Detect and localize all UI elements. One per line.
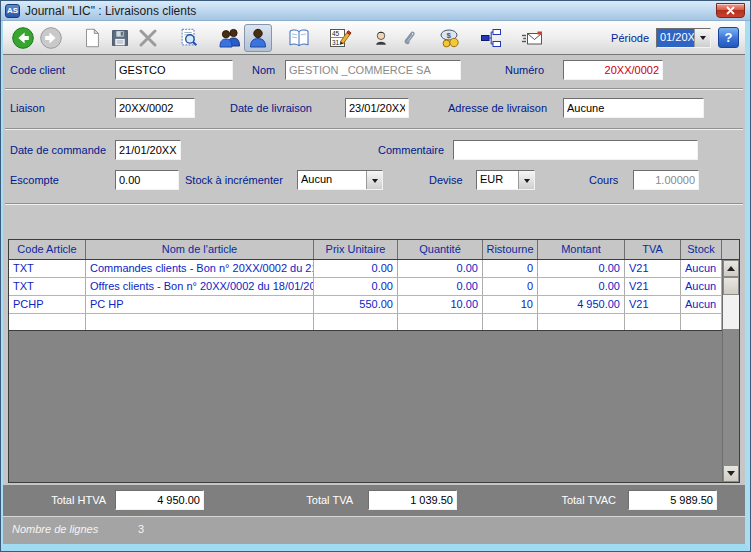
table-row[interactable]: TXT Commandes clients - Bon n° 20XX/0002… bbox=[9, 260, 722, 278]
devise-dropdown-button[interactable] bbox=[518, 171, 534, 189]
attachment-button[interactable] bbox=[395, 24, 423, 52]
cell-code[interactable]: TXT bbox=[9, 278, 86, 295]
close-button[interactable] bbox=[716, 3, 745, 18]
articles-grid: Code Article Nom de l'article Prix Unita… bbox=[8, 239, 740, 483]
client-card-icon bbox=[246, 26, 270, 50]
total-tva-field[interactable] bbox=[368, 490, 457, 510]
code-client-field[interactable] bbox=[115, 60, 233, 80]
scrollbar-track-lower[interactable] bbox=[723, 329, 739, 465]
stock-dropdown-button[interactable] bbox=[366, 171, 382, 189]
save-button[interactable] bbox=[106, 24, 134, 52]
cell-prix[interactable]: 550.00 bbox=[314, 296, 398, 313]
cell-prix[interactable]: 0.00 bbox=[314, 278, 398, 295]
new-document-button[interactable] bbox=[78, 24, 106, 52]
nom-field bbox=[285, 60, 461, 80]
scroll-up-button[interactable] bbox=[723, 260, 739, 277]
calendar-edit-button[interactable]: 4531 bbox=[326, 24, 354, 52]
totals-bar: Total HTVA Total TVA Total TVAC bbox=[3, 485, 745, 516]
back-button[interactable] bbox=[9, 24, 37, 52]
cell-nom[interactable]: PC HP bbox=[86, 296, 314, 313]
cell-nom[interactable]: Offres clients - Bon n° 20XX/0002 du 18/… bbox=[86, 278, 314, 295]
journal-book-icon bbox=[287, 26, 311, 50]
cell-quantite[interactable]: 0.00 bbox=[398, 260, 483, 277]
adresse-livraison-field[interactable] bbox=[563, 98, 704, 118]
client-card-button[interactable] bbox=[244, 24, 272, 52]
line-count-value: 3 bbox=[138, 523, 144, 535]
cell-prix[interactable]: 0.00 bbox=[314, 260, 398, 277]
structure-button[interactable] bbox=[477, 24, 505, 52]
cell-nom[interactable]: Commandes clients - Bon n° 20XX/0002 du … bbox=[86, 260, 314, 277]
cell-tva[interactable]: V21 bbox=[625, 278, 681, 295]
forward-icon bbox=[39, 26, 63, 50]
scroll-down-button[interactable] bbox=[723, 465, 739, 482]
periode-label: Période bbox=[611, 32, 649, 44]
clients-button[interactable] bbox=[216, 24, 244, 52]
cell-tva[interactable]: V21 bbox=[625, 296, 681, 313]
contact-button[interactable] bbox=[367, 24, 395, 52]
cell-quantite[interactable]: 0.00 bbox=[398, 278, 483, 295]
delete-button[interactable] bbox=[134, 24, 162, 52]
total-htva-field[interactable] bbox=[115, 490, 204, 510]
numero-field[interactable] bbox=[563, 60, 663, 80]
grid-header: Code Article Nom de l'article Prix Unita… bbox=[9, 240, 739, 260]
toolbar: 4531 $ Période 01/20XX bbox=[3, 21, 745, 55]
chevron-down-icon bbox=[524, 179, 530, 186]
column-header-ristourne: Ristourne bbox=[483, 240, 538, 259]
devise-label: Devise bbox=[429, 174, 463, 186]
cell-stock[interactable]: Aucun bbox=[681, 278, 722, 295]
table-row-empty[interactable] bbox=[9, 314, 722, 331]
journal-book-button[interactable] bbox=[285, 24, 313, 52]
cell-tva[interactable]: V21 bbox=[625, 260, 681, 277]
date-commande-field[interactable] bbox=[115, 140, 181, 160]
periode-dropdown-button[interactable] bbox=[694, 29, 710, 47]
periode-combobox[interactable]: 01/20XX bbox=[656, 28, 711, 48]
table-row[interactable]: PCHP PC HP 550.00 10.00 10 4 950.00 V21 … bbox=[9, 296, 722, 314]
cell-ristourne[interactable]: 10 bbox=[483, 296, 538, 313]
forward-button[interactable] bbox=[37, 24, 65, 52]
print-preview-icon bbox=[178, 27, 200, 49]
date-livraison-field[interactable] bbox=[345, 98, 409, 118]
payment-icon: $ bbox=[438, 26, 462, 50]
cours-field bbox=[633, 170, 699, 190]
numero-label: Numéro bbox=[505, 64, 544, 76]
help-button[interactable]: ? bbox=[718, 27, 739, 48]
cell-montant[interactable]: 0.00 bbox=[538, 278, 625, 295]
commentaire-field[interactable] bbox=[453, 140, 698, 160]
total-tva-label: Total TVA bbox=[298, 494, 353, 506]
scrollbar-thumb[interactable] bbox=[723, 277, 739, 295]
line-count-label: Nombre de lignes bbox=[12, 523, 98, 535]
send-mail-button[interactable] bbox=[518, 24, 546, 52]
total-htva-label: Total HTVA bbox=[20, 494, 106, 506]
table-row[interactable]: TXT Offres clients - Bon n° 20XX/0002 du… bbox=[9, 278, 722, 296]
devise-value: EUR bbox=[477, 171, 518, 189]
payment-button[interactable]: $ bbox=[436, 24, 464, 52]
total-tvac-label: Total TVAC bbox=[548, 494, 616, 506]
form-area: Code client Nom Numéro Liaison Date de l… bbox=[3, 55, 745, 239]
liaison-field[interactable] bbox=[115, 98, 195, 118]
cell-code[interactable]: TXT bbox=[9, 260, 86, 277]
send-mail-icon bbox=[520, 26, 544, 50]
stock-incrementer-combobox[interactable]: Aucun bbox=[297, 170, 383, 190]
cell-stock[interactable]: Aucun bbox=[681, 260, 722, 277]
cell-stock[interactable]: Aucun bbox=[681, 296, 722, 313]
delete-icon bbox=[136, 26, 160, 50]
cell-montant[interactable]: 4 950.00 bbox=[538, 296, 625, 313]
column-header-code-article: Code Article bbox=[9, 240, 86, 259]
date-commande-label: Date de commande bbox=[10, 144, 106, 156]
cell-ristourne[interactable]: 0 bbox=[483, 260, 538, 277]
print-preview-button[interactable] bbox=[175, 24, 203, 52]
cell-ristourne[interactable]: 0 bbox=[483, 278, 538, 295]
scrollbar-track[interactable] bbox=[723, 295, 739, 329]
cell-montant[interactable]: 0.00 bbox=[538, 260, 625, 277]
vertical-scrollbar[interactable] bbox=[722, 260, 739, 482]
adresse-livraison-label: Adresse de livraison bbox=[448, 102, 547, 114]
window-title: Journal "LIC" : Livraisons clients bbox=[25, 4, 196, 18]
devise-combobox[interactable]: EUR bbox=[476, 170, 535, 190]
clients-icon bbox=[217, 26, 243, 50]
app-window: AS Journal "LIC" : Livraisons clients bbox=[0, 0, 751, 552]
cell-quantite[interactable]: 10.00 bbox=[398, 296, 483, 313]
cell-code[interactable]: PCHP bbox=[9, 296, 86, 313]
total-tvac-field[interactable] bbox=[628, 490, 717, 510]
escompte-field[interactable] bbox=[115, 170, 179, 190]
grid-body: TXT Commandes clients - Bon n° 20XX/0002… bbox=[9, 260, 739, 482]
